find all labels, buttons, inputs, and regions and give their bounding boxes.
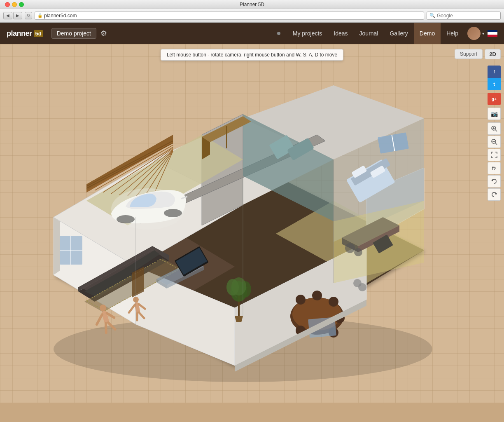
logo-5d-badge: 5d xyxy=(34,30,43,37)
zoom-out-icon xyxy=(491,138,497,145)
settings-button[interactable]: ⚙ xyxy=(100,29,107,38)
main-viewport[interactable]: Left mouse button - rotate camera, right… xyxy=(0,44,504,403)
browser-toolbar: ◀ ▶ ↻ 🔒 🔍 xyxy=(0,9,504,22)
undo-icon xyxy=(491,178,497,185)
house-3d-viewport[interactable] xyxy=(21,77,465,390)
svg-point-59 xyxy=(312,291,322,300)
nav-help[interactable]: Help xyxy=(441,23,464,44)
svg-point-65 xyxy=(358,283,366,291)
browser-title: Planner 5D xyxy=(240,2,264,7)
close-button[interactable] xyxy=(5,2,10,7)
svg-point-58 xyxy=(296,295,306,305)
avatar-image xyxy=(467,27,481,40)
tooltip-text: Left mouse button - rotate camera, right… xyxy=(167,52,337,58)
language-flag[interactable] xyxy=(488,30,497,37)
nav-dot-indicator xyxy=(277,32,280,35)
refresh-button[interactable]: ↻ xyxy=(25,12,32,19)
zoom-in-icon xyxy=(491,125,497,132)
svg-line-1 xyxy=(495,130,497,131)
maximize-button[interactable] xyxy=(19,2,24,7)
browser-chrome: Planner 5D ◀ ▶ ↻ 🔒 🔍 xyxy=(0,0,504,23)
nav-demo[interactable]: Demo xyxy=(414,23,441,44)
logo-text: planner xyxy=(7,29,32,38)
support-button[interactable]: Support xyxy=(455,49,483,59)
search-icon: 🔍 xyxy=(429,13,435,18)
twitter-button[interactable]: t xyxy=(488,78,501,90)
nav-gallery[interactable]: Gallery xyxy=(384,23,413,44)
undo-button[interactable] xyxy=(488,175,501,188)
svg-point-53 xyxy=(345,243,355,253)
right-toolbar: f t g+ 📷 xyxy=(488,66,501,201)
svg-point-96 xyxy=(231,277,246,295)
units-button[interactable]: ft² xyxy=(488,162,501,174)
fullscreen-button[interactable] xyxy=(488,149,501,161)
user-dropdown-arrow[interactable]: ▾ xyxy=(482,31,484,36)
googleplus-button[interactable]: g+ xyxy=(488,93,501,105)
svg-marker-111 xyxy=(54,217,60,275)
svg-point-54 xyxy=(354,248,362,256)
camera-button[interactable]: 📷 xyxy=(488,108,501,120)
svg-line-5 xyxy=(495,143,497,145)
nav-journal[interactable]: Journal xyxy=(354,23,384,44)
nav-buttons: ◀ ▶ xyxy=(3,12,22,19)
svg-point-60 xyxy=(329,297,338,307)
svg-point-36 xyxy=(117,215,135,223)
app-header: planner 5d Demo project ⚙ My projects Id… xyxy=(0,23,504,44)
nav-ideas[interactable]: Ideas xyxy=(328,23,353,44)
search-bar[interactable]: 🔍 xyxy=(427,12,501,20)
url-input[interactable] xyxy=(44,13,421,19)
user-avatar[interactable] xyxy=(467,27,481,40)
search-input[interactable] xyxy=(437,13,499,19)
minimize-button[interactable] xyxy=(12,2,17,7)
svg-point-37 xyxy=(164,209,182,217)
browser-titlebar: Planner 5D xyxy=(0,0,504,9)
zoom-in-button[interactable] xyxy=(488,122,501,135)
project-name[interactable]: Demo project xyxy=(51,28,96,39)
mode-2d-button[interactable]: 2D xyxy=(485,49,501,59)
house-3d-svg xyxy=(21,77,465,390)
fullscreen-icon xyxy=(491,152,497,158)
redo-button[interactable] xyxy=(488,188,501,201)
tooltip-box: Left mouse button - rotate camera, right… xyxy=(161,49,343,61)
gplus-buttons: g+ xyxy=(488,93,501,105)
facebook-button[interactable]: f xyxy=(488,66,501,78)
address-bar[interactable]: 🔒 xyxy=(35,12,424,20)
social-buttons: f t xyxy=(488,66,501,90)
nav-menu: My projects Ideas Journal Gallery Demo H… xyxy=(277,23,497,44)
redo-icon xyxy=(491,191,497,198)
logo: planner 5d xyxy=(7,29,43,38)
nav-my-projects[interactable]: My projects xyxy=(287,23,328,44)
traffic-lights xyxy=(5,2,24,7)
back-button[interactable]: ◀ xyxy=(3,12,12,19)
zoom-out-button[interactable] xyxy=(488,136,501,148)
lock-icon: 🔒 xyxy=(37,13,42,18)
forward-button[interactable]: ▶ xyxy=(13,12,22,19)
